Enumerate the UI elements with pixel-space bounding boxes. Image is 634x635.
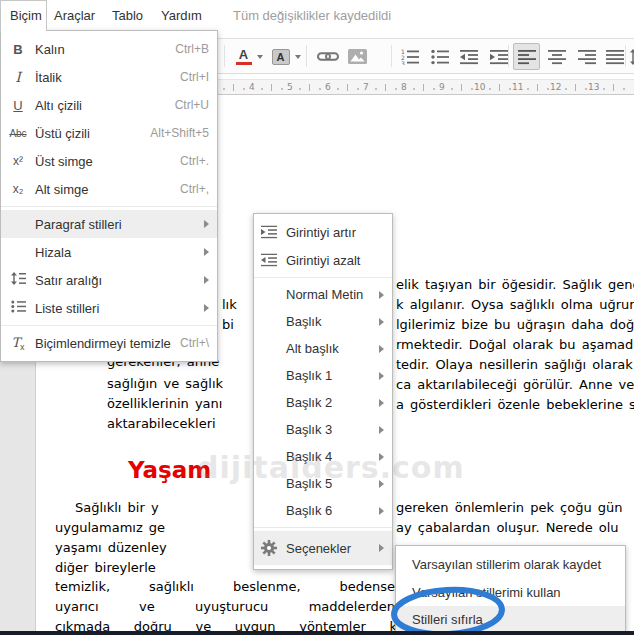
doc-text-fragment: diğer bireylerle — [55, 560, 156, 576]
chevron-down-icon — [295, 55, 301, 59]
menu-item-italic[interactable]: I İtalik Ctrl+I — [1, 63, 217, 91]
menu-item-shortcut: Ctrl+B — [175, 42, 209, 56]
doc-text-fragment: bi — [222, 317, 234, 333]
menu-item-label: Başlık — [286, 314, 384, 329]
menu-item-label: Seçenekler — [286, 541, 384, 556]
submenu-arrow-icon — [204, 276, 209, 284]
doc-text-fragment: yaşamı düzenley — [55, 540, 167, 556]
menu-item-normal-text[interactable]: Normal Metin — [254, 281, 392, 308]
submenu-arrow-icon — [379, 453, 384, 461]
toolbar-separator — [306, 45, 307, 67]
insert-image-button[interactable] — [344, 43, 370, 70]
menu-item-label: Başlık 5 — [286, 476, 384, 491]
document-heading: Yaşam — [128, 457, 211, 483]
menu-item-label: Başlık 2 — [286, 395, 384, 410]
decrease-indent-icon — [460, 49, 478, 65]
menu-item-heading-6[interactable]: Başlık 6 — [254, 497, 392, 524]
submenu-arrow-icon — [379, 399, 384, 407]
menu-item-label: Paragraf stilleri — [35, 217, 209, 232]
menu-item-bold[interactable]: B Kalın Ctrl+B — [1, 35, 217, 63]
menu-item-label: Hizala — [35, 245, 209, 260]
menu-item-line-spacing[interactable]: Satır aralığı — [1, 266, 217, 294]
insert-link-button[interactable] — [313, 43, 343, 70]
bottom-edge-bar — [0, 631, 634, 635]
doc-text-fragment: aktarabilecekleri — [107, 416, 216, 432]
menu-item-heading-3[interactable]: Başlık 3 — [254, 416, 392, 443]
menu-item-label: Altı çizili — [35, 98, 169, 113]
options-submenu: Varsayılan stillerim olarak kaydet Varsa… — [395, 545, 626, 635]
menu-item-clear-formatting[interactable]: Tx Biçimlendirmeyi temizle Ctrl+\ — [1, 329, 217, 357]
line-spacing-icon — [630, 49, 634, 65]
menu-item-strikethrough[interactable]: Abc Üstü çizili Alt+Shift+5 — [1, 119, 217, 147]
doc-text-fragment: elik taşıyan bir öğesidir. Sağlık gene — [396, 277, 634, 293]
menubar-item-table[interactable]: Tablo — [112, 0, 143, 30]
menu-item-label: Normal Metin — [286, 287, 384, 302]
submenu-arrow-icon — [379, 318, 384, 326]
text-color-button[interactable]: A — [233, 43, 265, 70]
menu-item-title[interactable]: Başlık — [254, 308, 392, 335]
menubar-item-tools[interactable]: Araçlar — [54, 0, 95, 30]
doc-text-fragment: uygulamamız ge — [55, 520, 165, 536]
menu-item-shortcut: Ctrl+\ — [180, 336, 209, 350]
doc-text-fragment: Sağlıklı bir y — [75, 500, 159, 516]
text-color-icon: A — [236, 49, 252, 65]
menu-item-paragraph-styles[interactable]: Paragraf stilleri — [1, 210, 217, 238]
menu-item-subtitle[interactable]: Alt başlık — [254, 335, 392, 362]
increase-indent-icon — [490, 49, 508, 65]
menu-item-use-default-styles[interactable]: Varsayılan stillerimi kullan — [396, 578, 625, 606]
menu-item-label: Varsayılan stillerim olarak kaydet — [412, 557, 625, 572]
menu-item-options[interactable]: Seçenekler — [254, 531, 392, 565]
menu-item-save-default-styles[interactable]: Varsayılan stillerim olarak kaydet — [396, 550, 625, 578]
bulleted-list-button[interactable] — [427, 43, 453, 70]
doc-text-fragment: a gösterdikleri özenle bebeklerine s — [396, 397, 634, 413]
menu-item-heading-2[interactable]: Başlık 2 — [254, 389, 392, 416]
align-right-button[interactable] — [573, 43, 600, 70]
underline-icon: U — [1, 98, 35, 113]
menu-item-label: Başlık 4 — [286, 449, 384, 464]
doc-text-fragment: rmektedir. Doğal olarak bu aşamad — [396, 337, 633, 353]
doc-text-fragment: tedir. Olaya nesillerin sağlığı olarak — [396, 357, 633, 373]
align-left-button[interactable] — [513, 43, 540, 70]
menu-item-list-styles[interactable]: Liste stilleri — [1, 294, 217, 322]
menu-item-subscript[interactable]: x₂ Alt simge Ctrl+, — [1, 175, 217, 203]
line-spacing-button[interactable] — [628, 43, 634, 70]
menu-item-increase-indent[interactable]: Girintiyi artır — [254, 218, 392, 246]
menubar-item-format[interactable]: Biçim — [0, 0, 47, 31]
submenu-arrow-icon — [379, 426, 384, 434]
menu-item-label: Biçimlendirmeyi temizle — [35, 336, 174, 351]
menubar: Araçlar Tablo Yardım Tüm değişiklikler k… — [0, 0, 634, 30]
justify-icon — [606, 49, 624, 65]
menu-item-label: Satır aralığı — [35, 273, 209, 288]
menu-item-label: Girintiyi artır — [286, 225, 384, 240]
submenu-arrow-icon — [379, 544, 384, 552]
menu-item-decrease-indent[interactable]: Girintiyi azalt — [254, 246, 392, 274]
autosave-status: Tüm değişiklikler kaydedildi — [233, 0, 391, 30]
highlight-color-button[interactable]: A — [269, 43, 303, 70]
menu-item-align[interactable]: Hizala — [1, 238, 217, 266]
toolbar-separator — [391, 45, 392, 67]
menu-item-label: Başlık 1 — [286, 368, 384, 383]
menubar-item-help[interactable]: Yardım — [161, 0, 202, 30]
doc-text-fragment: ay çabalardan oluşur. Nerede olu — [396, 520, 619, 536]
menu-item-heading-4[interactable]: Başlık 4 — [254, 443, 392, 470]
decrease-indent-button[interactable] — [456, 43, 482, 70]
justify-button[interactable] — [601, 43, 628, 70]
numbered-list-button[interactable]: 1 2 3 — [397, 43, 423, 70]
align-center-button[interactable] — [543, 43, 570, 70]
menu-item-label: Başlık 3 — [286, 422, 384, 437]
strikethrough-icon: Abc — [1, 128, 35, 139]
menu-item-underline[interactable]: U Altı çizili Ctrl+U — [1, 91, 217, 119]
line-spacing-icon — [1, 272, 35, 288]
menu-item-label: Varsayılan stillerimi kullan — [412, 585, 625, 600]
doc-text-fragment: sağlığın ve sağlık — [107, 376, 223, 392]
svg-text:3: 3 — [401, 59, 405, 65]
insert-link-icon — [317, 49, 339, 64]
menu-item-superscript[interactable]: x² Üst simge Ctrl+. — [1, 147, 217, 175]
menu-item-reset-styles[interactable]: Stilleri sıfırla — [396, 606, 625, 632]
menu-item-label: İtalik — [35, 70, 174, 85]
chevron-down-icon — [257, 55, 263, 59]
doc-text-fragment: özelliklerinin yanı — [107, 396, 222, 412]
menu-item-heading-1[interactable]: Başlık 1 — [254, 362, 392, 389]
menu-item-heading-5[interactable]: Başlık 5 — [254, 470, 392, 497]
submenu-arrow-icon — [379, 372, 384, 380]
